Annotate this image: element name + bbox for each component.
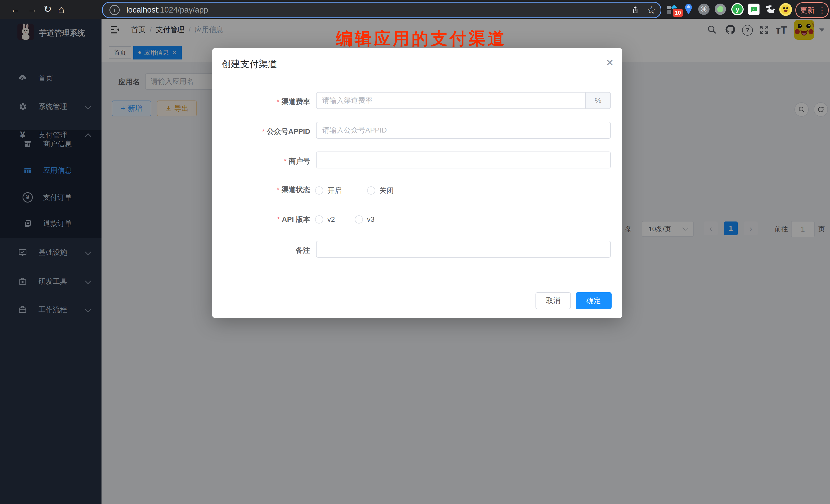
label-text: 备注 <box>296 246 310 254</box>
browser-chrome: ← → ↻ ⌂ i localhost:1024/pay/app ☆ 10 ⌘ … <box>0 0 830 19</box>
field-label-rate: *渠道费率 <box>228 97 310 107</box>
share-icon[interactable] <box>631 6 640 14</box>
remark-input[interactable] <box>316 241 611 258</box>
update-label: 更新 <box>800 5 815 15</box>
browser-update-button[interactable]: 更新 ⋮ <box>795 2 829 18</box>
radio-v3[interactable] <box>355 215 363 224</box>
profile-avatar-emoji[interactable] <box>779 3 792 16</box>
extension-chat-icon[interactable] <box>748 4 760 15</box>
label-text: 商户号 <box>289 157 310 165</box>
radio-v2[interactable] <box>315 215 323 224</box>
field-label-merchant: *商户号 <box>228 156 310 166</box>
dialog-title: 创建支付渠道 <box>222 58 277 70</box>
api-radio-group: v2 v3 <box>315 215 375 224</box>
dialog-close-icon[interactable]: ✕ <box>606 57 614 68</box>
annotation-text: 编辑应用的支付渠道 <box>336 27 507 50</box>
extension-y-icon[interactable]: y <box>731 3 744 15</box>
url-host: localhost <box>126 5 158 14</box>
extensions-puzzle-icon[interactable] <box>764 4 776 15</box>
radio-closed[interactable] <box>367 186 375 195</box>
label-text: 渠道费率 <box>282 98 310 106</box>
create-channel-dialog: 创建支付渠道 ✕ *渠道费率 % *公众号APPID *商户号 *渠道状态 开启… <box>212 48 622 318</box>
label-text: API 版本 <box>282 215 310 223</box>
browser-home-icon[interactable]: ⌂ <box>58 3 64 15</box>
field-label-appid: *公众号APPID <box>228 127 310 136</box>
browser-forward-icon[interactable]: → <box>27 4 37 15</box>
status-radio-group: 开启 关闭 <box>315 186 394 195</box>
radio-v2-label[interactable]: v2 <box>327 215 335 224</box>
required-mark: * <box>262 127 265 135</box>
label-text: 渠道状态 <box>282 186 310 194</box>
browser-menu-icon[interactable]: ⋮ <box>818 6 826 14</box>
label-text: 公众号APPID <box>266 127 310 135</box>
rate-input[interactable] <box>316 92 611 109</box>
radio-open-label[interactable]: 开启 <box>327 186 342 195</box>
required-mark: * <box>284 157 287 165</box>
required-mark: * <box>277 215 280 223</box>
radio-open[interactable] <box>315 186 323 195</box>
required-mark: * <box>277 186 279 194</box>
url-text: localhost:1024/pay/app <box>126 5 208 14</box>
field-label-api: *API 版本 <box>228 216 310 223</box>
url-path: :1024/pay/app <box>158 5 208 14</box>
field-label-remark: 备注 <box>228 246 310 255</box>
confirm-button[interactable]: 确定 <box>576 292 612 309</box>
address-bar[interactable]: i localhost:1024/pay/app ☆ <box>102 2 661 18</box>
extension-badge: 10 <box>672 8 683 17</box>
extension-command-icon[interactable]: ⌘ <box>698 4 709 15</box>
required-mark: * <box>277 98 279 106</box>
bookmark-star-icon[interactable]: ☆ <box>647 4 656 16</box>
merchant-input[interactable] <box>316 152 611 168</box>
site-info-icon[interactable]: i <box>109 5 120 15</box>
browser-back-icon[interactable]: ← <box>10 4 20 15</box>
radio-closed-label[interactable]: 关闭 <box>379 186 394 195</box>
browser-reload-icon[interactable]: ↻ <box>43 3 52 14</box>
extension-record-icon[interactable] <box>715 4 726 15</box>
extension-pin-icon[interactable] <box>683 3 694 15</box>
cancel-button[interactable]: 取消 <box>536 292 571 309</box>
field-label-status: *渠道状态 <box>228 186 310 193</box>
appid-input[interactable] <box>316 122 611 139</box>
percent-suffix: % <box>585 92 611 109</box>
radio-v3-label[interactable]: v3 <box>367 215 375 224</box>
